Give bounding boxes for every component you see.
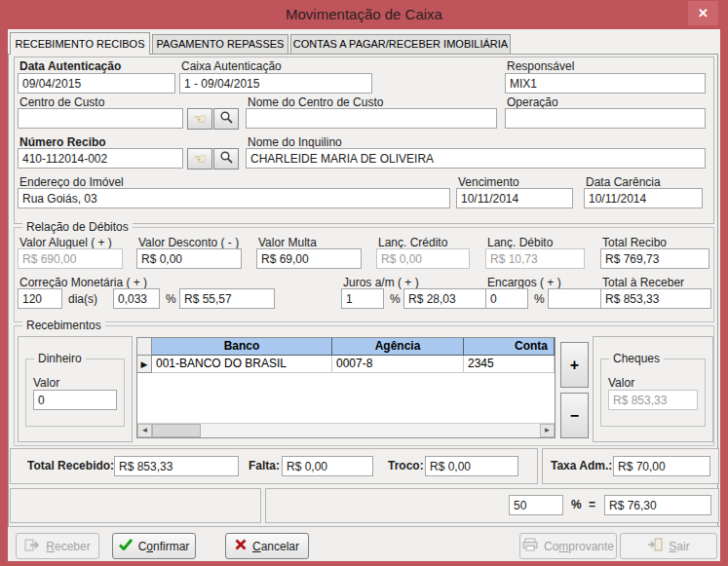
cell-conta[interactable]: 2345 [464,356,555,373]
nome-centro-custo-field[interactable] [246,108,497,129]
valor-multa-label: Valor Multa [258,236,317,249]
dinheiro-valor-field[interactable] [33,390,117,410]
scrollbar-thumb[interactable] [152,424,201,437]
caixa-autenticacao-label: Caixa Autenticação [181,59,282,73]
numero-recibo-field[interactable] [18,148,183,169]
lanc-debito-field [485,248,585,269]
comissao-valor-field[interactable] [604,495,711,515]
nome-inquilino-label: Nome do Inquilino [248,135,342,149]
recibo-search-button[interactable] [213,148,239,170]
correcao-percent-field[interactable] [113,288,160,309]
taxa-adm-label: Taxa Adm.: [551,459,612,472]
lanc-credito-field [376,248,470,269]
total-recebido-field[interactable] [114,456,239,476]
encargos-percent-sign: % [534,292,545,306]
sair-button-label: Sair [669,540,689,553]
confirmar-button[interactable]: Confirmar [112,533,196,559]
operacao-field[interactable] [505,108,706,129]
scroll-left-icon[interactable]: ◄ [137,424,152,437]
receive-doc-icon [24,539,40,554]
dinheiro-title: Dinheiro [34,352,86,365]
dialog-content: RECEBIMENTO RECIBOS PAGAMENTO REPASSES C… [8,29,720,561]
grid-col-banco[interactable]: Banco [152,338,332,356]
cheques-title: Cheques [609,352,664,365]
search-icon [219,150,234,169]
comissao-equals-sign: = [589,498,595,511]
recibo-pick-button[interactable]: ☜ [187,148,212,170]
close-icon[interactable]: ✕ [688,1,718,25]
grid-header-selector [137,338,152,356]
total-a-receber-label: Total à Receber [602,276,684,289]
total-a-receber-field[interactable] [600,288,711,309]
dialog-window: Movimentação de Caixa ✕ RECEBIMENTO RECI… [0,0,728,566]
grid-col-agencia[interactable]: Agência [332,338,464,356]
data-carencia-label: Data Carência [586,175,661,189]
receber-button: Receber [16,533,99,559]
tab-contas-pagar-receber[interactable]: CONTAS A PAGAR/RECEBER IMOBILIÁRIA [290,34,511,55]
responsavel-label: Responsável [507,59,574,73]
comissao-percent-field[interactable] [509,495,563,515]
cancelar-button-label: Cancelar [252,540,299,553]
valor-desconto-field[interactable] [136,248,242,269]
lanc-debito-label: Lanç. Débito [487,236,553,249]
encargos-percent-field[interactable] [485,288,528,309]
falta-label: Falta: [249,459,280,472]
centro-custo-search-button[interactable] [213,108,239,130]
centro-custo-field[interactable] [18,108,183,129]
x-icon [235,539,247,553]
encargos-label: Encargos ( + ) [487,276,561,289]
cancelar-button[interactable]: Cancelar [225,533,309,559]
correcao-monetaria-label: Correção Monetária ( + ) [19,276,147,289]
hand-pointer-icon: ☜ [193,112,206,127]
troco-field[interactable] [425,456,518,476]
tab-recebimento-recibos[interactable]: RECEBIMENTO RECIBOS [10,32,150,55]
cell-agencia[interactable]: 0007-8 [332,356,464,373]
centro-custo-label: Centro de Custo [19,95,104,109]
total-recibo-field[interactable] [600,248,709,269]
juros-valor-field[interactable] [403,288,493,309]
total-recibo-label: Total Recibo [602,236,667,249]
hand-pointer-icon: ☜ [193,152,206,167]
printer-icon [522,538,538,554]
juros-percent-field[interactable] [341,288,384,309]
correcao-percent-sign: % [166,292,176,306]
centro-custo-pick-button[interactable]: ☜ [187,108,212,130]
cheques-valor-label: Valor [608,376,634,390]
grid-hscrollbar[interactable]: ◄ ► [137,423,555,437]
data-carencia-field[interactable] [584,188,703,208]
endereco-imovel-field[interactable] [18,188,450,208]
comissao-percent-sign: % [571,498,582,511]
nome-inquilino-field[interactable] [246,148,706,169]
sair-button: Sair [620,533,717,559]
juros-label: Juros a/m ( + ) [343,276,419,289]
vencimento-field[interactable] [456,188,573,208]
tab-pagamento-repasses[interactable]: PAGAMENTO REPASSES [152,34,288,55]
correcao-dias-field[interactable] [18,288,62,309]
valor-desconto-label: Valor Desconto ( - ) [138,236,239,249]
correcao-dias-label: dia(s) [68,292,97,306]
responsavel-field[interactable] [505,73,706,94]
correcao-valor-field[interactable] [179,288,275,309]
operacao-label: Operação [507,95,558,109]
row-selector-icon: ▶ [137,356,152,373]
cell-banco[interactable]: 001-BANCO DO BRASIL [152,356,332,373]
troco-label: Troco: [388,459,424,472]
recebimentos-title: Recebimentos [22,319,105,332]
caixa-autenticacao-field[interactable] [179,73,372,94]
comprovante-button-label: Comprovante [544,540,614,553]
data-autenticacao-field[interactable] [18,73,175,94]
receber-button-label: Receber [46,540,90,553]
valor-multa-field[interactable] [256,248,362,269]
window-title: Movimentação de Caixa [0,0,728,29]
grid-col-conta[interactable]: Conta [464,338,555,356]
check-icon [119,539,133,553]
cheques-valor-field [608,390,698,410]
taxa-adm-field[interactable] [613,456,710,476]
remove-bank-button[interactable]: − [560,393,589,438]
falta-field[interactable] [282,456,373,476]
bancos-grid: Banco Agência Conta ▶ 001-BANCO DO BRASI… [136,337,556,438]
add-bank-button[interactable]: + [560,342,589,388]
endereco-imovel-label: Endereço do Imóvel [19,175,124,189]
scroll-right-icon[interactable]: ► [540,424,555,437]
comprovante-button: Comprovante [519,533,617,559]
